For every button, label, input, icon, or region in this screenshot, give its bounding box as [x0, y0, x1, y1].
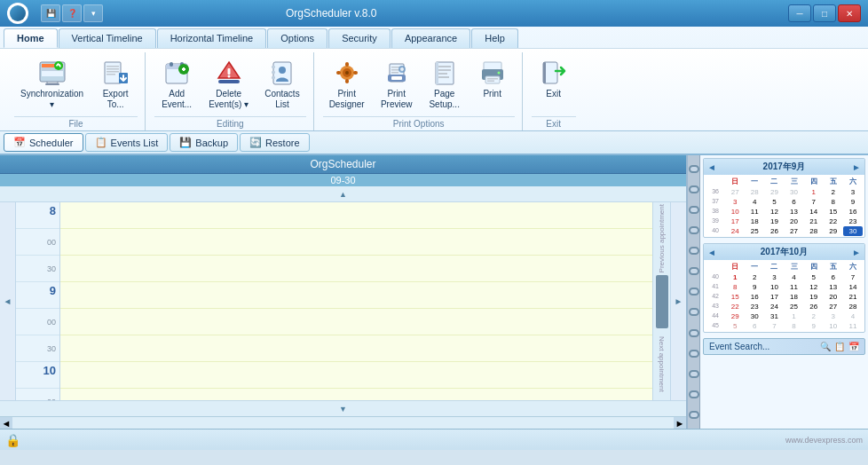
sep-17[interactable]: 17: [725, 217, 745, 226]
nav-left-btn[interactable]: ◄: [0, 202, 16, 400]
oct-2n[interactable]: 2: [804, 311, 824, 321]
sep-10b[interactable]: 10: [725, 207, 745, 217]
oct-8n[interactable]: 8: [785, 321, 804, 331]
sep-1[interactable]: 1: [804, 187, 824, 197]
oct-13[interactable]: 13: [824, 282, 843, 292]
oct-9[interactable]: 9: [745, 282, 764, 292]
quick-dropdown-btn[interactable]: ▾: [83, 4, 103, 22]
tab-vertical-timeline[interactable]: Vertical Timeline: [59, 28, 156, 48]
tab-appearance[interactable]: Appearance: [391, 28, 470, 48]
h-scroll-track[interactable]: [12, 417, 674, 429]
delete-event-button[interactable]: DeleteEvent(s) ▾: [202, 54, 255, 114]
oct-24[interactable]: 24: [764, 302, 784, 311]
print-designer-button[interactable]: PrintDesigner: [323, 54, 371, 114]
oct-17[interactable]: 17: [764, 292, 784, 302]
add-event-button[interactable]: AddEvent...: [154, 54, 199, 114]
quick-save-btn[interactable]: 💾: [41, 4, 60, 22]
sep-prev-btn[interactable]: ◄: [707, 162, 716, 172]
oct-12[interactable]: 12: [804, 282, 824, 292]
oct-10n[interactable]: 10: [824, 321, 843, 331]
sep-27b[interactable]: 27: [785, 226, 804, 236]
oct-2[interactable]: 2: [745, 272, 764, 282]
sep-4[interactable]: 3: [725, 197, 745, 207]
sep-11[interactable]: 11: [745, 207, 764, 217]
sep-12[interactable]: 12: [764, 207, 784, 217]
sep-28[interactable]: 28: [745, 187, 764, 197]
sep-10[interactable]: 9: [843, 197, 863, 207]
exit-button[interactable]: Exit: [532, 54, 576, 104]
sep-7[interactable]: 6: [785, 197, 804, 207]
tab-horizontal-timeline[interactable]: Horizontal Timeline: [157, 28, 267, 48]
oct-4[interactable]: 4: [785, 272, 804, 282]
sep-22[interactable]: 22: [824, 217, 843, 226]
oct-10[interactable]: 10: [764, 282, 784, 292]
oct-3[interactable]: 3: [764, 272, 784, 282]
sep-6[interactable]: 5: [764, 197, 784, 207]
events-list-btn[interactable]: 📋 Events List: [85, 133, 169, 152]
scroll-down-btn[interactable]: ▼: [0, 400, 686, 416]
oct-20[interactable]: 20: [824, 292, 843, 302]
sep-28b[interactable]: 28: [804, 226, 824, 236]
oct-5[interactable]: 5: [804, 272, 824, 282]
oct-11[interactable]: 11: [785, 282, 804, 292]
oct-14[interactable]: 14: [843, 282, 863, 292]
sep-27[interactable]: 27: [725, 187, 745, 197]
restore-btn[interactable]: 🔄 Restore: [240, 133, 310, 152]
sep-8[interactable]: 7: [804, 197, 824, 207]
oct-28[interactable]: 28: [843, 302, 863, 311]
oct-prev-btn[interactable]: ◄: [707, 248, 716, 257]
sep-3[interactable]: 3: [843, 187, 863, 197]
minimize-btn[interactable]: ─: [788, 4, 811, 22]
backup-btn[interactable]: 💾 Backup: [170, 133, 238, 152]
h-scroll-left[interactable]: ◄: [0, 417, 12, 429]
sep-15[interactable]: 15: [824, 207, 843, 217]
oct-11n[interactable]: 11: [843, 321, 863, 331]
tab-help[interactable]: Help: [471, 28, 518, 48]
oct-9n[interactable]: 9: [804, 321, 824, 331]
oct-next-btn[interactable]: ►: [852, 248, 861, 257]
oct-1n[interactable]: 1: [785, 311, 804, 321]
oct-27[interactable]: 27: [824, 302, 843, 311]
oct-6n[interactable]: 6: [745, 321, 764, 331]
quick-help-btn[interactable]: ❓: [62, 4, 82, 22]
event-search[interactable]: Event Search... 🔍 📋 📅: [703, 338, 865, 355]
tab-home[interactable]: Home: [4, 28, 58, 48]
sep-24[interactable]: 24: [725, 226, 745, 236]
close-btn[interactable]: ✕: [838, 4, 861, 22]
tab-security[interactable]: Security: [328, 28, 391, 48]
oct-19[interactable]: 19: [804, 292, 824, 302]
scheduler-btn[interactable]: 📅 Scheduler: [4, 133, 83, 152]
nav-right-btn[interactable]: ►: [670, 202, 686, 400]
oct-7[interactable]: 7: [843, 272, 863, 282]
oct-16[interactable]: 16: [745, 292, 764, 302]
print-preview-button[interactable]: PrintPreview: [375, 54, 419, 114]
export-button[interactable]: ExportTo...: [93, 54, 138, 114]
oct-15[interactable]: 15: [725, 292, 745, 302]
sep-next-btn[interactable]: ►: [852, 162, 861, 172]
oct-30[interactable]: 30: [745, 311, 764, 321]
oct-8[interactable]: 8: [725, 282, 745, 292]
h-scroll-right[interactable]: ►: [674, 417, 686, 429]
sep-29b[interactable]: 29: [824, 226, 843, 236]
sep-5[interactable]: 4: [745, 197, 764, 207]
sep-18[interactable]: 18: [745, 217, 764, 226]
sep-23[interactable]: 23: [843, 217, 863, 226]
oct-23[interactable]: 23: [745, 302, 764, 311]
oct-18[interactable]: 18: [785, 292, 804, 302]
scroll-up-btn[interactable]: ▲: [0, 186, 686, 202]
scroll-thumb-v[interactable]: [656, 275, 668, 328]
sep-25[interactable]: 25: [745, 226, 764, 236]
sep-19[interactable]: 19: [764, 217, 784, 226]
oct-22[interactable]: 22: [725, 302, 745, 311]
sep-30-prev[interactable]: 30: [785, 187, 804, 197]
print-button[interactable]: Print: [470, 54, 515, 104]
oct-31[interactable]: 31: [764, 311, 784, 321]
sep-2[interactable]: 2: [824, 187, 843, 197]
page-setup-button[interactable]: PageSetup...: [422, 54, 467, 114]
sep-13[interactable]: 13: [785, 207, 804, 217]
oct-7n[interactable]: 7: [764, 321, 784, 331]
tab-options[interactable]: Options: [267, 28, 327, 48]
oct-3n[interactable]: 3: [824, 311, 843, 321]
oct-4n[interactable]: 4: [843, 311, 863, 321]
sync-button[interactable]: Synchronization▾: [14, 54, 90, 114]
